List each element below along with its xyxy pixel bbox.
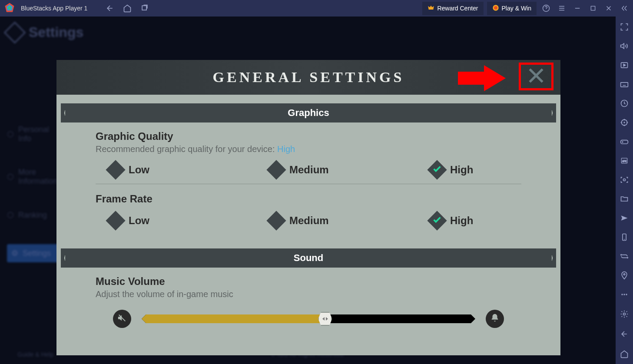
option-label: Medium xyxy=(289,164,329,176)
svg-rect-8 xyxy=(621,83,628,87)
more-icon[interactable] xyxy=(620,290,629,299)
sidebar-home-icon[interactable] xyxy=(620,349,629,359)
general-settings-modal: GENERAL SETTINGS Graphics Graphic Qualit… xyxy=(56,60,560,355)
radio-diamond-icon xyxy=(106,160,125,179)
svg-point-3 xyxy=(494,6,497,10)
history-icon[interactable] xyxy=(620,99,629,108)
max-volume-button[interactable] xyxy=(486,310,504,328)
radio-diamond-icon xyxy=(266,211,286,230)
svg-point-17 xyxy=(623,274,625,275)
modal-close-button[interactable] xyxy=(519,63,553,90)
bg-guide-help: Guide & Help xyxy=(17,351,53,358)
music-volume-block: Music Volume Adjust the volume of in-gam… xyxy=(65,268,552,342)
svg-point-21 xyxy=(623,313,626,315)
app-title: BlueStacks App Player 1 xyxy=(21,5,87,12)
graphic-quality-low[interactable]: Low xyxy=(109,163,187,177)
main-area: Settings ⬡Personal Info ⬡More Informatio… xyxy=(0,17,633,364)
music-volume-desc: Adjust the volume of in-game music xyxy=(96,289,521,299)
collapse-sidebar-icon[interactable] xyxy=(618,2,630,14)
svg-point-11 xyxy=(624,122,625,123)
modal-body: Graphics Graphic Quality Recommended gra… xyxy=(56,103,560,342)
svg-text:APK: APK xyxy=(622,160,627,162)
apk-icon[interactable]: APK xyxy=(620,156,629,165)
video-icon[interactable] xyxy=(620,61,629,69)
svg-point-18 xyxy=(621,294,623,295)
bell-icon xyxy=(490,313,500,324)
phone-icon[interactable] xyxy=(620,233,629,242)
bg-menu-ranking: ⬡Ranking xyxy=(7,210,59,220)
minimize-icon[interactable] xyxy=(571,2,583,14)
graphics-section-header: Graphics xyxy=(65,103,552,122)
rotate-icon[interactable] xyxy=(620,252,629,261)
frame-rate-high[interactable]: High xyxy=(430,214,508,228)
menu-icon[interactable] xyxy=(556,2,568,14)
mute-icon xyxy=(117,313,127,324)
settings-gear-icon[interactable] xyxy=(620,309,629,319)
radio-diamond-icon xyxy=(106,211,125,230)
radio-diamond-checked-icon xyxy=(427,211,447,230)
graphic-quality-title: Graphic Quality xyxy=(96,130,521,142)
recent-apps-icon[interactable] xyxy=(140,4,149,13)
reward-center-label: Reward Center xyxy=(437,5,478,12)
play-win-button[interactable]: Play & Win xyxy=(487,2,537,15)
svg-point-19 xyxy=(623,294,625,295)
sound-section-header: Sound xyxy=(65,248,552,268)
svg-point-15 xyxy=(623,179,626,181)
music-volume-slider[interactable] xyxy=(142,314,475,323)
titlebar: BlueStacks App Player 1 Reward Center Pl… xyxy=(0,0,633,17)
svg-rect-5 xyxy=(591,6,595,10)
sidebar-back-icon[interactable] xyxy=(620,329,629,339)
graphic-quality-block: Graphic Quality Recommended graphic qual… xyxy=(65,122,552,189)
reward-center-button[interactable]: Reward Center xyxy=(422,2,483,15)
radio-diamond-checked-icon xyxy=(427,160,447,179)
option-label: Medium xyxy=(289,215,329,227)
slider-track-fill xyxy=(142,314,325,323)
play-win-label: Play & Win xyxy=(502,5,531,12)
bg-menu-personal: ⬡Personal Info xyxy=(7,125,59,143)
graphic-quality-high[interactable]: High xyxy=(430,163,508,177)
emulator-sidebar: APK xyxy=(616,17,633,364)
frame-rate-title: Frame Rate xyxy=(96,193,521,205)
frame-rate-low[interactable]: Low xyxy=(109,214,187,228)
bg-menu: ⬡Personal Info ⬡More Information ⬡Rankin… xyxy=(7,125,59,262)
frame-rate-medium[interactable]: Medium xyxy=(269,214,348,228)
coin-icon xyxy=(492,4,499,13)
crown-icon xyxy=(428,4,434,13)
svg-point-20 xyxy=(626,294,627,295)
window-close-icon[interactable] xyxy=(603,2,615,14)
frame-rate-block: Frame Rate Low Medium High xyxy=(65,189,552,240)
radio-diamond-icon xyxy=(266,160,286,179)
screenshot-icon[interactable] xyxy=(620,175,629,184)
bluestacks-logo-icon xyxy=(3,2,16,14)
music-volume-title: Music Volume xyxy=(96,275,521,288)
fullscreen-icon[interactable] xyxy=(620,23,629,31)
svg-rect-12 xyxy=(621,140,628,144)
settings-diamond-icon xyxy=(4,21,26,43)
target-icon[interactable] xyxy=(620,118,629,127)
bg-menu-settings: ⚙Settings xyxy=(7,244,59,262)
slider-thumb[interactable] xyxy=(318,312,332,326)
bg-settings-label: Settings xyxy=(29,24,83,40)
home-icon[interactable] xyxy=(123,4,132,13)
graphic-quality-medium[interactable]: Medium xyxy=(269,163,348,177)
airplane-icon[interactable] xyxy=(620,214,629,222)
option-label: Low xyxy=(129,164,149,176)
gamepad-icon[interactable] xyxy=(620,137,629,146)
graphic-quality-desc: Recommended graphic quality for your dev… xyxy=(96,144,521,154)
maximize-icon[interactable] xyxy=(587,2,599,14)
option-label: High xyxy=(450,215,473,227)
keyboard-icon[interactable] xyxy=(620,80,629,89)
option-label: High xyxy=(450,164,473,176)
mute-button[interactable] xyxy=(113,310,131,328)
location-icon[interactable] xyxy=(620,271,629,280)
svg-rect-1 xyxy=(142,6,146,10)
help-icon[interactable] xyxy=(540,2,552,14)
close-icon xyxy=(527,66,546,87)
back-icon[interactable] xyxy=(106,4,114,13)
bg-menu-more: ⬡More Information xyxy=(7,168,59,186)
folder-icon[interactable] xyxy=(620,195,629,203)
volume-icon[interactable] xyxy=(620,42,629,50)
modal-title: GENERAL SETTINGS xyxy=(213,69,404,86)
svg-point-0 xyxy=(8,7,11,10)
bg-settings-header: Settings xyxy=(7,24,83,40)
